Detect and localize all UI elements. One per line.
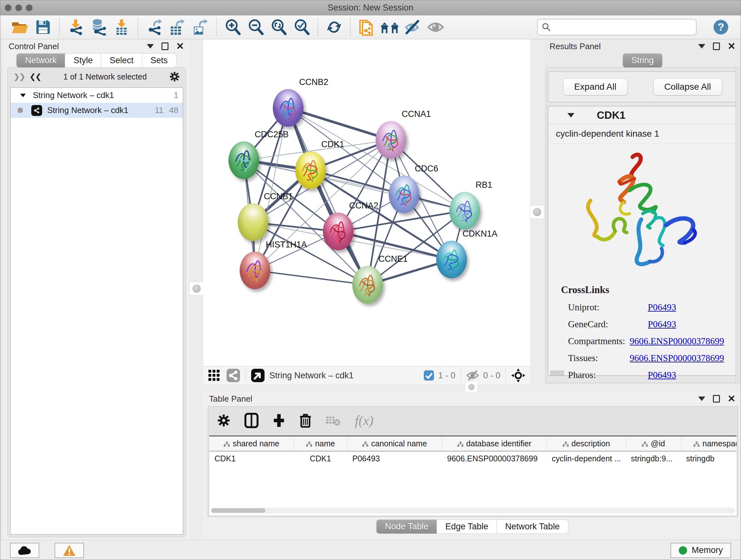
tab-string[interactable]: String (623, 53, 663, 68)
table-cell[interactable]: stringdb (681, 451, 737, 466)
network-node-RB1[interactable] (449, 192, 480, 230)
crosslink-link[interactable]: P06493 (648, 319, 676, 329)
search-input[interactable] (551, 22, 692, 33)
table-cell[interactable]: 9606.ENSP00000378699 (442, 451, 547, 466)
grid-view-icon[interactable] (208, 369, 220, 382)
column-header-canonical-name[interactable]: canonical name (347, 436, 442, 451)
apply-layout-button[interactable] (323, 17, 346, 37)
close-panel-icon[interactable]: ✕ (728, 42, 736, 51)
tab-network-table[interactable]: Network Table (497, 519, 568, 534)
network-collection-row[interactable]: String Network – cdk1 1 (10, 88, 183, 103)
table-row[interactable]: CDK1CDK1P064939606.ENSP00000378699cyclin… (209, 451, 737, 466)
network-node-CDC6[interactable] (389, 176, 419, 213)
network-node-CCNB2[interactable] (273, 89, 304, 127)
results-scrollbar[interactable] (736, 68, 741, 382)
open-view-icon[interactable] (251, 368, 265, 382)
table-cell[interactable]: P06493 (347, 451, 442, 466)
table-splitter[interactable] (203, 384, 741, 392)
export-image-button[interactable] (189, 17, 212, 37)
table-cell[interactable]: stringdb:9... (626, 451, 681, 466)
zoom-selected-button[interactable] (290, 17, 313, 37)
network-overview-icon[interactable] (226, 368, 240, 382)
tab-node-table[interactable]: Node Table (376, 519, 437, 534)
crosslink-link[interactable]: P06493 (648, 302, 676, 313)
edge-CCNB2-CCNE1[interactable] (288, 108, 367, 285)
expand-all-networks-icon[interactable]: ❯❯ (13, 72, 25, 81)
close-panel-icon[interactable]: ✕ (176, 42, 184, 51)
export-table-button[interactable] (165, 17, 189, 37)
warnings-button[interactable] (55, 543, 84, 558)
tab-select[interactable]: Select (101, 53, 142, 68)
column-header-@id[interactable]: @id (626, 436, 681, 451)
column-header-name[interactable]: name (294, 436, 347, 451)
zoom-fit-button[interactable] (267, 17, 290, 37)
add-column-icon[interactable] (273, 413, 285, 428)
show-all-button[interactable] (424, 17, 447, 37)
float-panel-icon[interactable] (713, 395, 720, 402)
export-network-button[interactable] (143, 17, 165, 37)
table-cell[interactable]: CDK1 (209, 451, 294, 466)
tab-sets[interactable]: Sets (142, 53, 177, 68)
column-header-database-identifier[interactable]: database identifier (442, 436, 547, 451)
gene-disclosure-icon[interactable] (567, 113, 575, 118)
zoom-in-button[interactable] (221, 17, 244, 37)
right-splitter-handle[interactable] (530, 205, 544, 219)
network-canvas[interactable]: CCNB2CCNA1CDC25BCDK1CDC6RB1CCNB1CCNA2CDK… (203, 39, 530, 366)
float-panel-icon[interactable] (713, 43, 720, 50)
delete-column-icon[interactable] (299, 413, 312, 428)
column-header-shared-name[interactable]: shared name (209, 436, 294, 451)
import-table-from-file-button[interactable] (110, 17, 133, 37)
network-node-CDC25B[interactable] (228, 141, 259, 179)
panel-menu-icon[interactable] (147, 44, 154, 49)
network-node-CCNE1[interactable] (352, 266, 383, 304)
cloud-status-button[interactable] (10, 543, 39, 558)
network-options-gear-icon[interactable] (169, 71, 180, 82)
column-header-namespac[interactable]: namespac (681, 436, 737, 451)
help-button[interactable]: ? (710, 17, 732, 37)
import-network-from-file-button[interactable] (64, 17, 87, 37)
crosslink-link[interactable]: 9606.ENSP00000378699 (630, 353, 724, 363)
crosslink-link[interactable]: P06493 (648, 370, 676, 380)
tab-network[interactable]: Network (16, 53, 65, 68)
tab-style[interactable]: Style (65, 53, 101, 68)
zoom-out-button[interactable] (244, 17, 267, 37)
right-splitter[interactable] (530, 39, 544, 384)
column-header-description[interactable]: description (547, 436, 626, 451)
open-session-button[interactable] (9, 17, 31, 37)
edge-CCNB2-CCNA1[interactable] (288, 108, 391, 140)
tab-edge-table[interactable]: Edge Table (437, 519, 497, 534)
crosslink-link[interactable]: 9606.ENSP00000378699 (630, 336, 724, 347)
table-cell[interactable]: cyclin-dependent ... (547, 451, 626, 466)
selected-checkbox-icon[interactable] (423, 370, 434, 381)
network-node-CCNA1[interactable] (376, 121, 406, 159)
network-node-HIST1H1A[interactable] (240, 252, 270, 289)
import-network-from-database-button[interactable] (87, 17, 110, 37)
left-splitter-handle[interactable] (189, 282, 204, 295)
show-columns-icon[interactable] (245, 413, 259, 428)
collapse-all-networks-icon[interactable]: ❮❮ (29, 72, 41, 81)
save-session-button[interactable] (31, 17, 55, 37)
table-splitter-handle[interactable] (465, 381, 478, 393)
network-node-CDK1[interactable] (295, 151, 326, 189)
expand-all-button[interactable]: Expand All (563, 78, 627, 96)
panel-menu-icon[interactable] (698, 396, 705, 401)
edge-HIST1H1A-CCNE1[interactable] (255, 270, 367, 285)
table-horizontal-scrollbar[interactable] (211, 508, 735, 513)
table-options-gear-icon[interactable] (217, 414, 230, 427)
close-panel-icon[interactable]: ✕ (728, 394, 736, 403)
network-from-file-button[interactable] (355, 17, 378, 37)
network-node-CDKN1A[interactable] (436, 241, 467, 278)
panel-menu-icon[interactable] (698, 44, 705, 49)
fit-content-crosshair-icon[interactable] (511, 368, 526, 383)
memory-button[interactable]: Memory (670, 543, 731, 558)
collection-disclosure-icon[interactable] (20, 94, 26, 97)
first-neighbors-button[interactable] (378, 17, 401, 37)
left-splitter[interactable] (190, 39, 203, 540)
toolbar-search[interactable] (537, 19, 697, 36)
network-row[interactable]: String Network – cdk1 11 48 (10, 103, 183, 118)
table-cell[interactable]: CDK1 (294, 451, 347, 466)
hide-selected-button[interactable] (401, 17, 424, 37)
float-panel-icon[interactable] (161, 43, 169, 50)
network-node-CCNA2[interactable] (323, 212, 354, 250)
collapse-all-button[interactable]: Collapse All (653, 78, 722, 96)
